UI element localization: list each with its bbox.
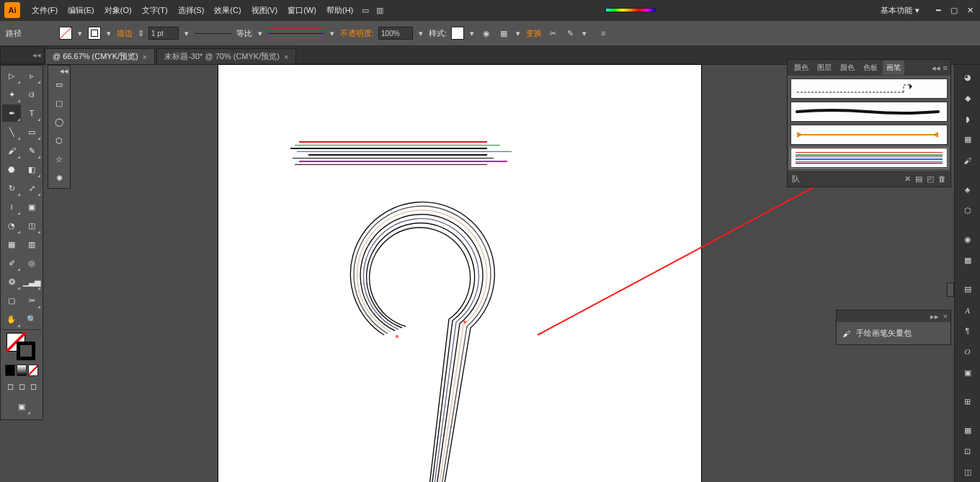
stroke-picker[interactable] <box>88 27 101 40</box>
pen-tool[interactable]: ✒ <box>2 104 21 122</box>
star-shape[interactable]: ☆ <box>50 151 68 168</box>
width-tool[interactable]: ≀ <box>2 198 21 215</box>
pencil-tool[interactable]: ✎ <box>22 142 41 159</box>
draw-behind[interactable]: ◻ <box>17 380 27 392</box>
panel-menu-icon[interactable]: ≡ <box>597 27 610 40</box>
menu-file[interactable]: 文件(F) <box>27 2 62 19</box>
new-brush-icon[interactable]: ◰ <box>927 174 934 184</box>
window-close-button[interactable]: ✕ <box>964 5 976 15</box>
panel-tab-swatches[interactable]: 色板 <box>860 61 881 75</box>
stroke-weight-dropdown[interactable]: ▾ <box>183 30 190 37</box>
brushes-panel-icon[interactable]: 🖌 <box>958 151 978 170</box>
brush-dropdown[interactable]: ▾ <box>329 30 336 37</box>
brush-item-selected[interactable] <box>790 148 948 168</box>
free-transform-tool[interactable]: ▣ <box>22 198 41 215</box>
panel-tab-color2[interactable]: 颜色 <box>837 61 858 75</box>
scale-tool[interactable]: ⤢ <box>22 179 41 197</box>
profile-dropdown[interactable]: ▾ <box>257 30 264 37</box>
menu-object[interactable]: 对象(O) <box>100 2 136 19</box>
polygon-shape[interactable]: ⬡ <box>50 132 68 149</box>
artboard[interactable] <box>218 65 701 482</box>
transform-label[interactable]: 变换 <box>526 28 542 39</box>
menu-select[interactable]: 选择(S) <box>174 2 209 19</box>
perspective-tool[interactable]: ◫ <box>22 217 41 234</box>
brush-item[interactable] <box>790 79 948 99</box>
collapse-icon[interactable]: ▸▸ <box>930 312 939 321</box>
panel-tab-brushes[interactable]: 画笔 <box>883 61 904 75</box>
menu-type[interactable]: 文字(T) <box>138 2 172 19</box>
graphic-styles-icon[interactable]: ⬡ <box>958 201 978 220</box>
stroke-swatch[interactable] <box>17 342 35 360</box>
links-panel-icon[interactable]: ◫ <box>958 463 978 482</box>
rotate-tool[interactable]: ↻ <box>2 179 21 197</box>
close-icon[interactable]: × <box>943 312 948 321</box>
isolate-icon[interactable]: ✂ <box>546 27 559 40</box>
artboard-tool[interactable]: ▢ <box>2 292 21 309</box>
align-dropdown[interactable]: ▾ <box>514 30 522 37</box>
opentype-panel-icon[interactable]: O <box>958 342 978 362</box>
panel-tab-layers[interactable]: 图层 <box>814 61 835 75</box>
remove-brush-icon[interactable]: ✕ <box>904 174 911 184</box>
more-dropdown[interactable]: ▾ <box>581 30 588 37</box>
stroke-weight-spinner[interactable]: ⇕ <box>137 30 144 37</box>
eyedropper-tool[interactable]: ✐ <box>2 254 21 272</box>
brush-libraries-icon[interactable]: 队 <box>792 174 800 184</box>
brush-item[interactable] <box>790 125 948 145</box>
close-icon[interactable]: × <box>143 53 147 61</box>
color-mode-none[interactable] <box>28 365 38 376</box>
align-panel-icon[interactable]: ▣ <box>958 363 978 383</box>
brush-options-icon[interactable]: ▤ <box>915 174 922 184</box>
draw-inside[interactable]: ◻ <box>28 380 38 392</box>
type-panel-icon[interactable]: A <box>958 300 978 320</box>
appearance-panel-icon[interactable]: ◉ <box>958 230 978 249</box>
transparency-panel-icon[interactable]: ▩ <box>958 251 978 270</box>
line-tool[interactable]: ╲ <box>2 123 21 140</box>
draw-normal[interactable]: ◻ <box>5 380 15 392</box>
rectangle-shape[interactable]: ▭ <box>50 76 68 93</box>
color-panel-icon[interactable]: ◕ <box>958 68 978 87</box>
flare-shape[interactable]: ✺ <box>50 169 68 187</box>
gradient-panel-icon[interactable]: ▦ <box>958 130 978 150</box>
recolor-icon[interactable]: ◉ <box>480 27 493 40</box>
artboards-panel-icon[interactable]: ⊡ <box>958 442 978 461</box>
color-mode-solid[interactable] <box>5 365 15 376</box>
brush-preview[interactable] <box>268 28 324 38</box>
brush-item[interactable] <box>790 102 948 122</box>
hand-tool[interactable]: ✋ <box>2 311 21 328</box>
collapse-icon[interactable]: ◂◂ <box>60 66 68 76</box>
workspace-switcher[interactable]: 基本功能▾ <box>875 3 925 18</box>
shape-builder-tool[interactable]: ◔ <box>2 217 21 234</box>
fill-picker[interactable] <box>59 27 72 40</box>
library-panel-body[interactable]: 🖌 手绘画笔矢量包 <box>837 322 950 344</box>
transform-panel-icon[interactable]: ⊞ <box>958 392 978 411</box>
collapse-right-icon[interactable]: ◂◂ <box>32 50 41 60</box>
menu-help[interactable]: 帮助(H) <box>322 2 357 19</box>
panel-tab-color[interactable]: 颜色 <box>790 61 812 75</box>
rectangle-tool[interactable]: ▭ <box>22 123 41 140</box>
opacity-dropdown[interactable]: ▾ <box>417 30 424 37</box>
edit-icon[interactable]: ✎ <box>564 27 576 40</box>
magic-wand-tool[interactable]: ✦ <box>2 86 21 103</box>
panel-menu-icon[interactable]: ≡ <box>943 63 948 73</box>
slice-tool[interactable]: ✂ <box>22 292 41 309</box>
align-icon[interactable]: ▦ <box>497 27 510 40</box>
menu-window[interactable]: 窗口(W) <box>283 2 321 19</box>
fill-stroke-control[interactable] <box>2 331 41 362</box>
mesh-tool[interactable]: ▦ <box>2 236 21 253</box>
collapse-icon[interactable]: ◂◂ <box>932 63 940 73</box>
color-mode-gradient[interactable] <box>17 365 27 376</box>
document-tab[interactable]: 未标题-30* @ 70% (CMYK/预览) × <box>156 48 296 64</box>
screen-mode[interactable]: ▣ <box>2 395 41 418</box>
menu-view[interactable]: 视图(V) <box>247 2 282 19</box>
stroke-dropdown[interactable]: ▾ <box>105 30 112 37</box>
rounded-rect-shape[interactable]: ▢ <box>50 94 68 112</box>
menu-edit[interactable]: 编辑(E) <box>63 2 99 19</box>
graph-tool[interactable]: ▁▃▅ <box>22 273 41 290</box>
symbol-sprayer-tool[interactable]: ❂ <box>2 273 21 290</box>
lasso-tool[interactable]: ଓ <box>22 86 41 103</box>
style-dropdown[interactable]: ▾ <box>468 30 476 37</box>
fill-dropdown[interactable]: ▾ <box>76 30 84 37</box>
stroke-weight-input[interactable] <box>148 27 179 40</box>
direct-selection-tool[interactable]: ▹ <box>22 67 41 84</box>
gradient-tool[interactable]: ▥ <box>22 236 41 253</box>
